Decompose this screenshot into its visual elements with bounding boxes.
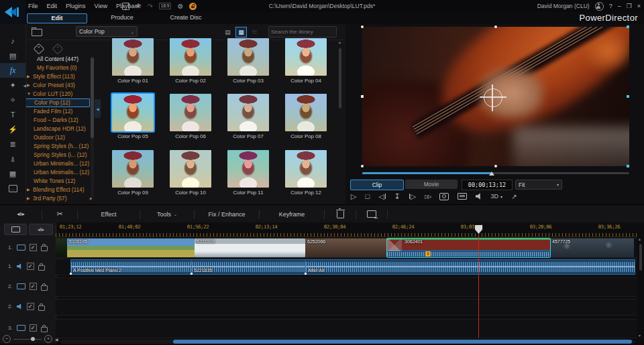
effect-button[interactable]: Effect (78, 205, 140, 223)
movie-mode-button[interactable]: Movie (405, 180, 458, 189)
3d-mode-button[interactable]: 3D▾ (491, 193, 503, 200)
collection-dropdown[interactable]: Color Pop ⌄ (76, 26, 138, 37)
category-my-favorites[interactable]: My Favorites(0) (25, 64, 90, 72)
close-button[interactable]: × (637, 3, 641, 9)
category-spring-styles-h[interactable]: Spring Styles (h...(12) (25, 142, 90, 151)
lut-thumbnail[interactable] (112, 150, 154, 188)
crop-handle-top-right[interactable] (627, 25, 629, 28)
scroll-down-icon[interactable]: ▼ (638, 334, 641, 338)
timecode-display[interactable]: 00;00;13;12 (462, 180, 513, 190)
category-color-lut[interactable]: ▼Color LUT(120) (25, 90, 90, 98)
info-badge[interactable]: i (425, 251, 431, 257)
zoom-in-button[interactable]: + (44, 335, 52, 343)
video-clip-selected[interactable]: 3062401 i (387, 238, 550, 257)
lut-thumbnail[interactable] (285, 150, 327, 188)
view-list-button[interactable]: ▤ (222, 27, 233, 38)
category-urban-minimalist-2[interactable]: Urban Minimalis...(12) (25, 168, 90, 177)
clip-mode-button[interactable]: Clip (350, 180, 404, 190)
media-room-button[interactable]: ♪ (0, 33, 25, 48)
category-urban-minimalist-1[interactable]: Urban Minimalis...(12) (25, 159, 90, 168)
audio-clip[interactable]: After All (305, 259, 635, 275)
menu-edit[interactable]: Edit (47, 3, 58, 9)
templates-room-button[interactable]: ▤ (0, 48, 25, 63)
split-button[interactable]: ◂‖▸ (0, 205, 42, 223)
video-clip[interactable]: 5221916 (195, 238, 305, 257)
title-room-button[interactable]: T (0, 107, 25, 122)
remove-tag-icon[interactable] (52, 44, 64, 55)
redo-icon[interactable]: ↷ (147, 3, 152, 10)
snapshot-camera-icon[interactable] (439, 193, 449, 200)
view-detail-button[interactable]: ∷ (249, 27, 260, 38)
zoom-fit-dropdown[interactable]: Fit ▾ (515, 180, 562, 190)
transition-room-button[interactable]: ⚡ (0, 122, 25, 137)
crop-handle-top-center[interactable] (494, 25, 497, 28)
track-enable-checkbox[interactable]: ✓ (27, 263, 34, 270)
lut-thumbnail[interactable] (285, 38, 327, 76)
particle-room-button[interactable]: ✧ (0, 92, 25, 107)
track-lock-icon[interactable] (41, 285, 48, 291)
menu-plugins[interactable]: Plugins (66, 3, 86, 9)
undock-preview-icon[interactable]: ↗ (511, 193, 517, 200)
help-icon[interactable]: ? (609, 3, 612, 9)
zoom-out-button[interactable]: − (3, 335, 11, 343)
lut-thumbnail[interactable] (285, 94, 327, 131)
import-media-icon[interactable] (32, 29, 42, 36)
preview-seekbar[interactable] (362, 172, 629, 174)
track-lock-icon[interactable] (38, 305, 45, 311)
tree-scrollbar[interactable] (91, 56, 94, 200)
fit-timeline-button[interactable]: ◂‖▸ (29, 224, 53, 235)
category-color-preset[interactable]: ▶Color Preset(43) (25, 81, 90, 90)
chapter-room-button[interactable]: ▦ (0, 166, 25, 181)
category-3rd-party[interactable]: ▶3rd Party(57) (25, 194, 90, 203)
search-input[interactable] (269, 29, 347, 35)
next-frame-button[interactable]: ▷ (409, 192, 416, 201)
effect-room-button[interactable]: fx (0, 63, 25, 78)
grid-scrollbar[interactable] (338, 40, 342, 201)
zoom-slider-handle[interactable] (31, 337, 35, 341)
step-marker-button[interactable]: ↧ (394, 192, 400, 201)
menu-file[interactable]: File (28, 3, 38, 9)
crop-handle-bottom-left[interactable] (361, 165, 364, 167)
clip-handle[interactable] (191, 273, 193, 275)
subtitle-room-button[interactable]: … (0, 181, 25, 196)
preview-quality-icon[interactable] (458, 193, 467, 200)
minimize-button[interactable]: – (618, 3, 621, 9)
track-lock-icon[interactable] (41, 327, 48, 332)
lut-thumbnail[interactable] (112, 38, 154, 76)
save-icon[interactable] (122, 3, 129, 10)
crop-handle-top-left[interactable] (361, 25, 364, 28)
user-name[interactable]: David Morgan (CLU) (537, 3, 590, 9)
category-food-darks[interactable]: Food – Darks(12) (25, 116, 90, 125)
category-blending-effect[interactable]: ▶Blending Effect(114) (25, 186, 90, 194)
clip-handle[interactable] (70, 273, 72, 275)
tab-create-disc[interactable]: Create Disc (162, 13, 209, 22)
scroll-left-icon[interactable]: ◀ (55, 337, 58, 342)
track-lock-icon[interactable] (38, 265, 45, 271)
lut-thumbnail[interactable] (170, 150, 211, 188)
lut-thumbnail-selected[interactable] (112, 94, 154, 131)
lut-thumbnail[interactable] (170, 94, 211, 131)
audio-clip[interactable]: A Positive Med Piano 2 (70, 259, 193, 275)
category-outdoor[interactable]: Outdoor(12) (25, 133, 90, 142)
category-white-tones[interactable]: White Tones(12) (25, 177, 90, 186)
crop-handle-mid-right[interactable] (627, 95, 629, 98)
crop-handle-bottom-center[interactable] (494, 165, 497, 167)
track-enable-checkbox[interactable]: ✓ (30, 324, 37, 332)
category-spring-styles-i[interactable]: Spring Styles (i...(12) (25, 151, 90, 159)
lut-thumbnail[interactable] (170, 38, 211, 76)
user-avatar-icon[interactable] (595, 2, 604, 11)
category-faded-film[interactable]: Faded Film(12) (25, 107, 90, 116)
tools-button[interactable]: Tools⌄ (140, 205, 194, 223)
move-to-room-button[interactable] (356, 205, 387, 223)
category-style-effect[interactable]: ▶Style Effect(113) (25, 72, 90, 81)
lut-thumbnail[interactable] (227, 94, 269, 131)
audio-clip[interactable]: 5221835 (191, 259, 307, 275)
timeline-vertical-scrollbar[interactable]: ▲ ▼ (638, 237, 643, 338)
add-tag-icon[interactable] (34, 44, 45, 55)
timeline-ruler[interactable]: 01;23;12 01;40;02 01;56;22 02;13;14 02;3… (56, 222, 637, 233)
voice-over-room-button[interactable]: ⍋ (0, 151, 25, 166)
tab-edit[interactable]: Edit (27, 13, 87, 23)
scroll-up-icon[interactable]: ▲ (638, 237, 641, 241)
category-color-pop[interactable]: Color Pop(12) (25, 98, 90, 107)
tree-scroll-down-icon[interactable]: ▼ (89, 197, 93, 201)
